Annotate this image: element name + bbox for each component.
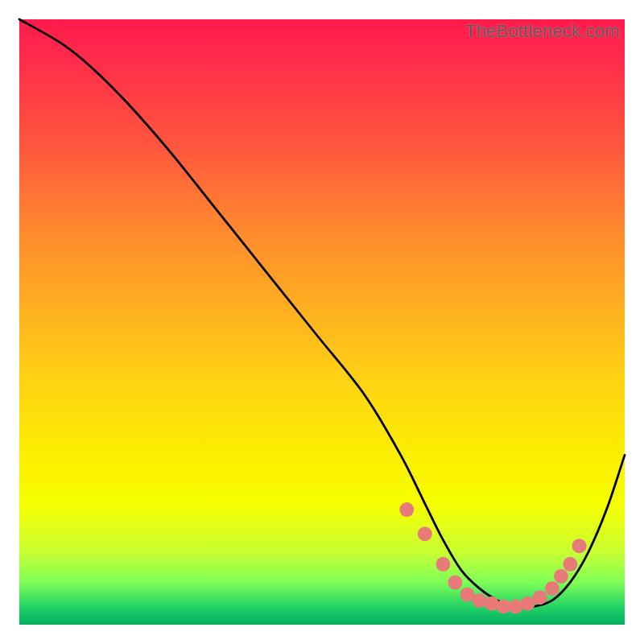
highlight-dot [418,526,432,541]
chart-overlay-svg [19,19,625,625]
highlight-dot [545,581,559,596]
highlight-dot [533,590,547,605]
highlight-dot [473,593,487,608]
plot-area: TheBottleneck.com [19,19,625,625]
highlight-dot [485,597,499,611]
bottleneck-curve [19,19,625,607]
highlight-dot [554,569,568,584]
watermark-text: TheBottleneck.com [465,21,620,42]
highlight-dot [448,575,462,589]
highlight-dot [572,539,587,553]
chart-container: TheBottleneck.com [0,0,644,644]
highlight-dot [563,557,577,572]
highlight-dot [436,557,450,572]
highlight-dots-group [399,502,586,613]
highlight-dot [509,599,523,613]
highlight-dot [399,502,414,517]
